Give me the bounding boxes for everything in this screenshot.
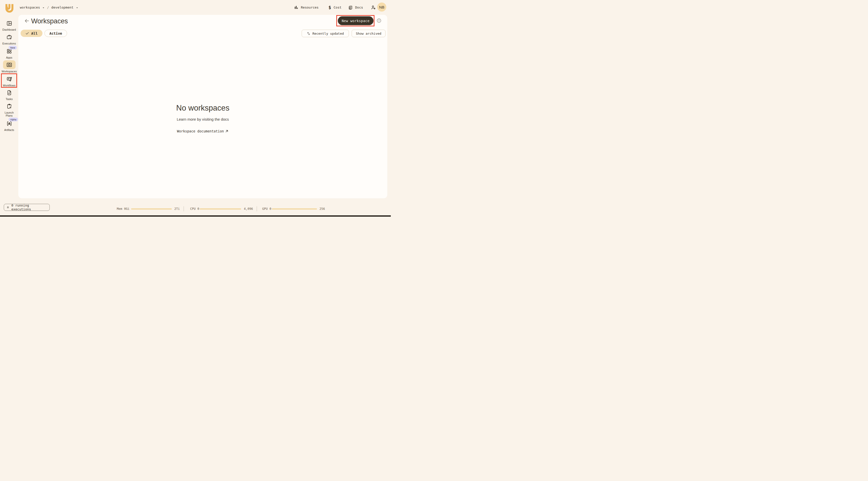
- filter-chip-label: All: [31, 31, 37, 35]
- app-window: workspaces / development Resources $ Cos…: [0, 0, 391, 217]
- new-badge: New: [8, 46, 17, 50]
- filter-chip-active[interactable]: Active: [44, 30, 67, 37]
- meter-divider: [184, 206, 184, 211]
- sidebar-item-launch-plans[interactable]: Launch Plans: [0, 103, 18, 117]
- sidebar-item-label: Tasks: [0, 97, 18, 100]
- alpha-badge: Alpha: [8, 118, 18, 121]
- artifacts-icon: [6, 121, 12, 127]
- window-bottom-edge: [0, 215, 391, 217]
- meter-divider: [257, 206, 257, 211]
- workspace-documentation-label: Workspace documentation: [177, 129, 224, 133]
- cpu-meter-bar: [200, 208, 241, 210]
- breadcrumb: workspaces / development: [20, 0, 79, 15]
- sidebar-item-label: Launch Plans: [3, 111, 16, 117]
- nav-docs-label: Docs: [355, 5, 363, 9]
- gpu-meter-bar: [272, 208, 317, 210]
- cpu-meter-max: 4,096: [244, 207, 253, 211]
- running-executions-pill[interactable]: 0 running executions: [4, 204, 50, 211]
- tasks-icon: [6, 90, 12, 96]
- sidebar-item-dashboard[interactable]: Dashboard: [0, 20, 18, 31]
- page-title: Workspaces: [31, 17, 68, 25]
- nav-docs[interactable]: Docs: [348, 0, 363, 15]
- workspaces-icon: [6, 62, 12, 68]
- show-archived-label: Show archived: [356, 32, 381, 35]
- chevron-down-icon[interactable]: [42, 6, 45, 9]
- new-workspace-button[interactable]: New workspace: [338, 16, 373, 25]
- mem-meter-max: 2Ti: [174, 207, 180, 211]
- sidebar-item-label: Dashboard: [0, 28, 18, 31]
- external-link-arrow-icon: [225, 129, 228, 133]
- sidebar-item-artifacts[interactable]: Alpha Artifacts: [0, 121, 18, 131]
- chevron-down-icon[interactable]: [76, 6, 79, 9]
- cpu-meter-label: CPU 0: [190, 207, 199, 211]
- launch-plans-icon: [6, 103, 12, 109]
- nav-resources-label: Resources: [301, 5, 318, 9]
- status-dot-icon: [7, 206, 9, 208]
- mem-meter-bar: [131, 208, 172, 210]
- show-archived-button[interactable]: Show archived: [352, 30, 385, 37]
- breadcrumb-separator: /: [47, 5, 49, 9]
- user-gear-icon[interactable]: [371, 5, 376, 10]
- gpu-meter-label: GPU 0: [262, 207, 271, 211]
- workflows-icon: [6, 76, 12, 82]
- sidebar: Dashboard Executions New Apps: [0, 15, 18, 217]
- executions-icon: [6, 34, 12, 40]
- sort-button-label: Recently updated: [312, 32, 344, 35]
- bar-chart-icon: [294, 5, 299, 9]
- sidebar-item-executions[interactable]: Executions: [0, 34, 18, 45]
- top-bar: workspaces / development Resources $ Cos…: [0, 0, 391, 15]
- sidebar-item-apps[interactable]: New Apps: [0, 48, 18, 59]
- sort-arrows-icon: [307, 32, 310, 35]
- empty-state-subtitle: Learn more by visiting the docs: [18, 117, 387, 121]
- filter-chip-label: Active: [50, 31, 62, 35]
- sidebar-item-label: Apps: [0, 56, 18, 59]
- check-icon: [25, 31, 29, 35]
- union-logo-icon[interactable]: [5, 2, 13, 12]
- sidebar-item-workflows[interactable]: Workflows: [0, 76, 18, 87]
- filter-chip-all[interactable]: All: [21, 30, 42, 37]
- sidebar-item-label: Executions: [0, 42, 18, 45]
- mem-meter-label: Mem 0Gi: [117, 207, 130, 211]
- info-icon[interactable]: [376, 18, 381, 23]
- docs-icon: [348, 5, 352, 10]
- sidebar-item-tasks[interactable]: Tasks: [0, 90, 18, 100]
- breadcrumb-workspaces[interactable]: workspaces: [20, 5, 40, 9]
- active-item-highlight: [3, 60, 16, 69]
- gpu-meter-max: 256: [319, 207, 325, 211]
- dollar-icon: $: [329, 5, 331, 10]
- sidebar-item-label: Workspaces: [0, 70, 18, 73]
- nav-cost-label: Cost: [334, 5, 341, 9]
- sidebar-item-label: Workflows: [0, 84, 18, 87]
- nav-cost[interactable]: $ Cost: [329, 0, 342, 15]
- dashboard-icon: [6, 20, 12, 26]
- nav-resources[interactable]: Resources: [294, 0, 318, 15]
- empty-state-title: No workspaces: [18, 103, 387, 113]
- running-executions-label: 0 running executions: [11, 204, 46, 211]
- sidebar-item-label: Artifacts: [0, 128, 18, 131]
- back-arrow-icon[interactable]: [24, 18, 30, 24]
- breadcrumb-development[interactable]: development: [51, 5, 73, 9]
- sidebar-item-workspaces[interactable]: Workspaces: [0, 60, 18, 73]
- workspace-documentation-link[interactable]: Workspace documentation: [18, 129, 387, 133]
- sort-button[interactable]: Recently updated: [302, 30, 349, 37]
- avatar[interactable]: NB: [377, 2, 386, 11]
